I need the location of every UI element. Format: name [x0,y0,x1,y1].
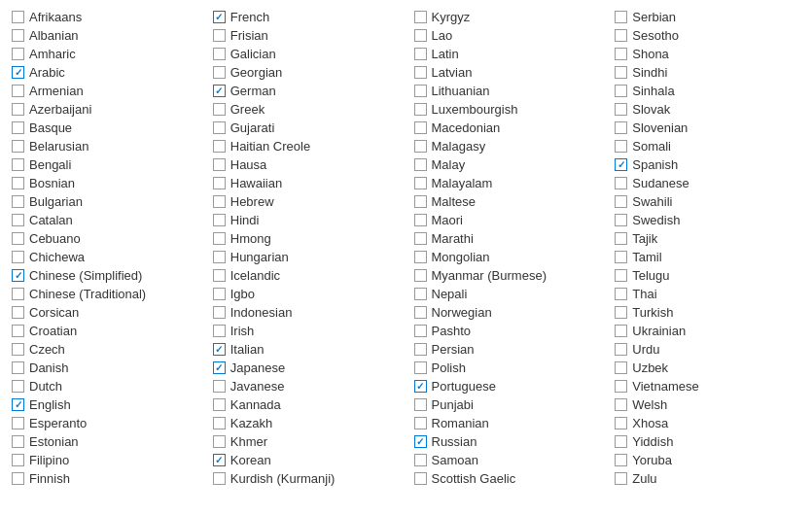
language-checkbox[interactable] [213,177,226,189]
list-item[interactable]: Arabic [8,63,201,82]
language-checkbox[interactable] [213,269,226,282]
list-item[interactable]: Welsh [611,395,804,414]
language-checkbox[interactable] [414,85,427,97]
list-item[interactable]: Azerbaijani [8,100,201,119]
list-item[interactable]: Persian [410,340,604,359]
language-checkbox[interactable] [213,140,226,153]
list-item[interactable]: Swedish [611,211,804,229]
list-item[interactable]: Slovenian [611,119,804,137]
list-item[interactable]: Danish [8,359,201,377]
list-item[interactable]: Icelandic [209,266,403,285]
list-item[interactable]: Kazakh [209,414,403,432]
language-checkbox[interactable] [414,269,427,282]
list-item[interactable]: Sindhi [611,63,804,82]
language-checkbox[interactable] [12,85,24,97]
language-checkbox[interactable] [213,66,226,79]
language-checkbox[interactable] [615,435,627,448]
language-checkbox[interactable] [414,417,427,429]
list-item[interactable]: Maori [410,211,604,229]
list-item[interactable]: Filipino [8,451,201,469]
list-item[interactable]: Afrikaans [8,8,201,26]
language-checkbox[interactable] [615,48,627,60]
list-item[interactable]: Shona [611,45,804,63]
list-item[interactable]: Finnish [8,469,201,488]
list-item[interactable]: Russian [410,432,604,451]
list-item[interactable]: Georgian [209,63,403,82]
list-item[interactable]: Zulu [611,469,804,488]
language-checkbox[interactable] [12,232,24,245]
list-item[interactable]: Slovak [611,100,804,119]
language-checkbox[interactable] [615,380,627,393]
language-checkbox[interactable] [615,288,627,300]
language-checkbox[interactable] [12,472,24,485]
language-checkbox[interactable] [12,29,24,42]
language-checkbox[interactable] [12,48,24,60]
list-item[interactable]: Pashto [410,322,604,340]
language-checkbox[interactable] [615,195,627,208]
list-item[interactable]: Amharic [8,45,201,63]
language-checkbox[interactable] [12,343,24,356]
language-checkbox[interactable] [12,454,24,466]
list-item[interactable]: Latin [410,45,604,63]
language-checkbox[interactable] [414,214,427,226]
list-item[interactable]: Corsican [8,303,201,322]
list-item[interactable]: Hausa [209,155,403,174]
list-item[interactable]: Catalan [8,211,201,229]
language-checkbox[interactable] [213,232,226,245]
list-item[interactable]: Khmer [209,432,403,451]
list-item[interactable]: Malay [410,155,604,174]
list-item[interactable]: Sudanese [611,174,804,192]
list-item[interactable]: English [8,395,201,414]
language-checkbox[interactable] [414,29,427,42]
list-item[interactable]: Kannada [209,395,403,414]
language-checkbox[interactable] [414,343,427,356]
language-checkbox[interactable] [12,140,24,153]
list-item[interactable]: Myanmar (Burmese) [410,266,604,285]
language-checkbox[interactable] [615,214,627,226]
language-checkbox[interactable] [414,121,427,134]
language-checkbox[interactable] [414,177,427,189]
list-item[interactable]: Chinese (Simplified) [8,266,201,285]
language-checkbox[interactable] [12,177,24,189]
language-checkbox[interactable] [414,454,427,466]
list-item[interactable]: Korean [209,451,403,469]
language-checkbox[interactable] [615,121,627,134]
language-checkbox[interactable] [615,398,627,411]
list-item[interactable]: Gujarati [209,119,403,137]
language-checkbox[interactable] [213,251,226,263]
list-item[interactable]: Czech [8,340,201,359]
list-item[interactable]: German [209,82,403,100]
language-checkbox[interactable] [213,214,226,226]
language-checkbox[interactable] [615,269,627,282]
language-checkbox[interactable] [12,325,24,337]
list-item[interactable]: Luxembourgish [410,100,604,119]
language-checkbox[interactable] [615,251,627,263]
language-checkbox[interactable] [213,29,226,42]
list-item[interactable]: Thai [611,285,804,303]
language-checkbox[interactable] [213,435,226,448]
list-item[interactable]: Uzbek [611,359,804,377]
language-checkbox[interactable] [12,269,24,282]
list-item[interactable]: Haitian Creole [209,137,403,155]
language-checkbox[interactable] [213,472,226,485]
list-item[interactable]: Urdu [611,340,804,359]
list-item[interactable]: Chinese (Traditional) [8,285,201,303]
list-item[interactable]: Lithuanian [410,82,604,100]
list-item[interactable]: Spanish [611,155,804,174]
list-item[interactable]: Frisian [209,26,403,45]
list-item[interactable]: Romanian [410,414,604,432]
list-item[interactable]: Telugu [611,266,804,285]
language-checkbox[interactable] [414,361,427,374]
language-checkbox[interactable] [12,435,24,448]
language-checkbox[interactable] [12,288,24,300]
language-checkbox[interactable] [213,288,226,300]
list-item[interactable]: Greek [209,100,403,119]
language-checkbox[interactable] [615,361,627,374]
list-item[interactable]: Malagasy [410,137,604,155]
list-item[interactable]: French [209,8,403,26]
language-checkbox[interactable] [213,417,226,429]
language-checkbox[interactable] [12,158,24,171]
list-item[interactable]: Dutch [8,377,201,395]
list-item[interactable]: Sesotho [611,26,804,45]
language-checkbox[interactable] [213,11,226,23]
